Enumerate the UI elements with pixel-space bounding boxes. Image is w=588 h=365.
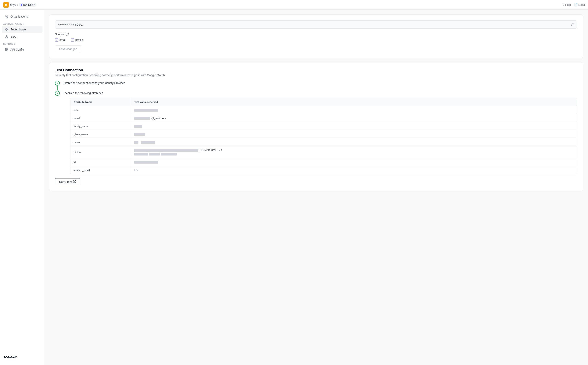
svg-rect-11: [7, 48, 8, 49]
help-icon: ?: [563, 3, 564, 7]
help-link[interactable]: ? Help: [563, 3, 571, 7]
breadcrumb: H heyy / hey Dev ▾: [3, 2, 36, 8]
redacted-block: [161, 153, 177, 155]
scope-email-label: email: [59, 38, 66, 42]
table-row: email @gmail.com: [70, 114, 577, 122]
retry-test-button[interactable]: Retry Test: [55, 178, 80, 185]
step-1-check-icon: [55, 81, 60, 86]
sidebar: Organizations AUTHENTICATION Social Logi…: [0, 10, 44, 365]
attributes-table: Attribute Name Test value received sub: [70, 98, 577, 174]
scope-email-checkbox[interactable]: [55, 38, 58, 42]
table-row: given_name: [70, 130, 577, 138]
social-login-label: Social Login: [10, 28, 26, 31]
app-chevron-icon: ▾: [34, 3, 35, 6]
app-badge[interactable]: hey Dev ▾: [19, 3, 36, 7]
settings-section-label: SETTINGS: [0, 40, 44, 46]
attr-value-sub: [131, 106, 577, 114]
breadcrumb-separator: /: [17, 3, 18, 7]
step-connector-line: [57, 86, 58, 91]
external-link-icon: [73, 180, 76, 183]
attr-value-family-name: [131, 122, 577, 130]
sidebar-item-api-config[interactable]: API Config: [2, 46, 42, 53]
table-row: family_name: [70, 122, 577, 130]
svg-rect-3: [5, 28, 7, 29]
scope-profile-checkbox[interactable]: [71, 38, 74, 42]
svg-rect-1: [7, 16, 8, 17]
sidebar-item-social-login[interactable]: Social Login: [2, 26, 42, 33]
svg-rect-2: [6, 17, 7, 18]
scopes-checkboxes: email profile: [55, 38, 577, 42]
top-bar-actions: ? Help 📄 Docs: [563, 3, 585, 7]
table-row: name: [70, 138, 577, 147]
redacted-block: [134, 117, 150, 120]
svg-rect-10: [6, 48, 7, 50]
svg-rect-0: [5, 16, 7, 17]
attr-name-email: email: [70, 114, 131, 122]
redacted-block: [134, 149, 198, 152]
table-header: Attribute Name Test value received: [70, 98, 577, 106]
redacted-block: [134, 125, 142, 128]
step-2: Received the following attributes Attrib…: [55, 91, 577, 174]
svg-rect-6: [7, 30, 8, 31]
secret-value: ********mQUz: [58, 23, 569, 26]
redacted-block: [134, 109, 158, 112]
redacted-block: [134, 161, 158, 164]
attr-name-picture: picture: [70, 148, 131, 156]
table-row: id: [70, 158, 577, 166]
scopes-text: Scopes: [55, 33, 64, 36]
svg-rect-4: [7, 28, 8, 29]
attr-name-id: id: [70, 158, 131, 166]
table-row: sub: [70, 106, 577, 114]
top-bar: H heyy / hey Dev ▾ ? Help 📄 Docs: [0, 0, 588, 10]
save-changes-button[interactable]: Save changes: [55, 46, 81, 52]
col-test-value: Test value received: [131, 98, 577, 106]
svg-rect-13: [7, 49, 8, 51]
organizations-icon: [5, 15, 8, 18]
sso-label: SSO: [10, 35, 16, 38]
attr-value-email: @gmail.com: [131, 114, 577, 122]
attr-value-picture: _VMeOEbRTfcrLaB: [131, 147, 577, 158]
attr-name-given-name: given_name: [70, 130, 131, 138]
scopes-card: ********mQUz Scopes i email prof: [49, 14, 583, 58]
step-2-icon-wrap: [55, 91, 60, 96]
step-2-text: Received the following attributes: [63, 91, 577, 98]
attr-value-name: [131, 139, 577, 146]
redacted-block: [134, 153, 148, 155]
secret-field: ********mQUz: [55, 20, 577, 28]
docs-link[interactable]: 📄 Docs: [574, 3, 585, 7]
docs-icon: 📄: [574, 3, 578, 7]
scopes-label: Scopes i: [55, 33, 577, 36]
attr-name-sub: sub: [70, 106, 131, 114]
attr-value-verified-email: true: [131, 166, 577, 174]
svg-rect-5: [5, 30, 7, 31]
scope-profile[interactable]: profile: [71, 38, 83, 42]
svg-rect-12: [6, 50, 7, 51]
step-1-text: Established connection with your Identit…: [63, 81, 125, 88]
attr-name-verified-email: verified_email: [70, 166, 131, 174]
picture-suffix: _VMeOEbRTfcrLaB: [199, 149, 222, 152]
table-row: verified_email true: [70, 166, 577, 174]
scope-email[interactable]: email: [55, 38, 66, 42]
col-attribute-name: Attribute Name: [70, 98, 131, 106]
redacted-block: [134, 133, 145, 136]
verified-email-value: true: [134, 168, 138, 172]
redacted-block: [149, 153, 160, 155]
svg-point-7: [6, 36, 7, 37]
step-2-content: Received the following attributes Attrib…: [63, 91, 577, 174]
attr-value-id: [131, 158, 577, 166]
avatar: H: [3, 2, 9, 8]
retry-test-label: Retry Test: [59, 180, 72, 183]
auth-section-label: AUTHENTICATION: [0, 20, 44, 26]
sidebar-item-organizations[interactable]: Organizations: [2, 13, 42, 20]
table-row: picture _VMeOEbRTfcrLaB: [70, 147, 577, 158]
sidebar-item-sso[interactable]: SSO: [2, 33, 42, 40]
edit-icon[interactable]: [571, 22, 574, 26]
org-name[interactable]: heyy: [10, 3, 16, 7]
api-config-icon: [5, 48, 8, 51]
scope-profile-label: profile: [75, 38, 83, 42]
sso-icon: [5, 35, 8, 38]
social-login-icon: [5, 28, 8, 31]
docs-label: Docs: [578, 3, 585, 7]
api-config-label: API Config: [10, 48, 24, 51]
step-2-check-icon: [55, 91, 60, 96]
